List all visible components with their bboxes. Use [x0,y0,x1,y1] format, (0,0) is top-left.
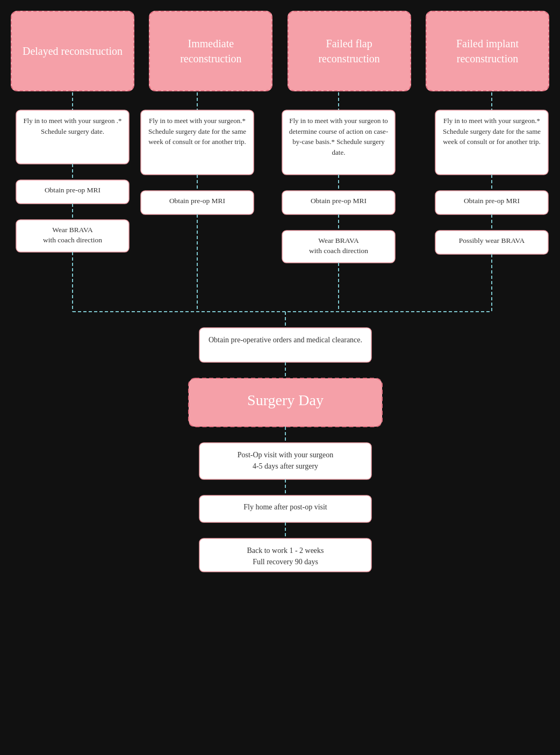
header-failed-flap: Failed flapreconstruction [288,11,411,91]
main-diagram: Fly in to meet with your surgeon .* Sche… [5,91,560,736]
header-immediate: Immediatereconstruction [149,11,272,91]
header-immediate-label: Immediatereconstruction [180,36,241,66]
header-failed-flap-label: Failed flapreconstruction [318,36,379,66]
header-failed-implant: Failed implantreconstruction [426,11,549,91]
flowchart: Delayed reconstruction Immediatereconstr… [0,0,560,747]
header-delayed-label: Delayed reconstruction [23,44,123,59]
header-delayed: Delayed reconstruction [11,11,134,91]
header-row: Delayed reconstruction Immediatereconstr… [5,11,555,91]
header-failed-implant-label: Failed implantreconstruction [456,36,519,66]
